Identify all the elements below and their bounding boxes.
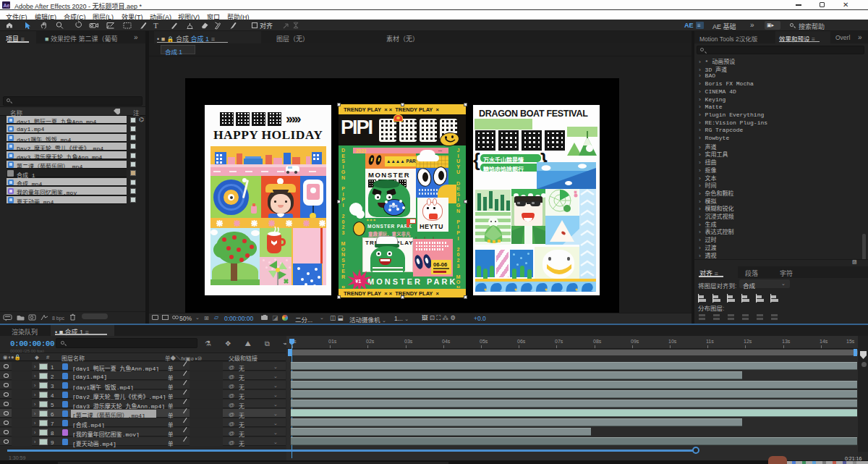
svg-text:T: T [153, 21, 158, 30]
svg-text:¥1: ¥1 [355, 278, 361, 284]
svg-text:对齐: 对齐 [260, 22, 273, 30]
svg-text:8 bpc: 8 bpc [52, 316, 65, 321]
